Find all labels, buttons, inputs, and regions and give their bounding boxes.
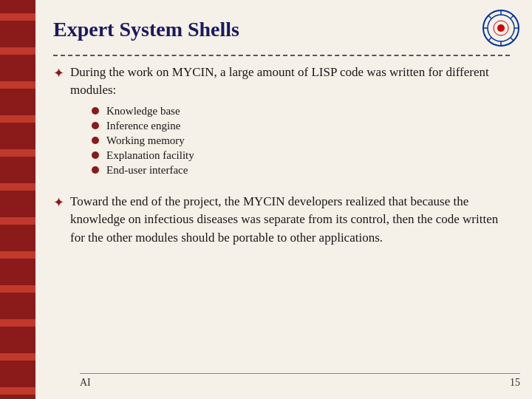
svg-point-2 xyxy=(497,24,505,32)
dot-icon-2 xyxy=(92,122,99,129)
dot-icon-5 xyxy=(92,166,99,174)
sub-bullet-text-1: Knowledge base xyxy=(106,105,180,117)
sub-bullet-explanation-facility: Explanation facility xyxy=(92,149,510,162)
svg-line-9 xyxy=(511,16,514,18)
sub-bullet-working-memory: Working memory xyxy=(92,134,510,147)
sub-bullet-text-5: End-user interface xyxy=(106,164,188,177)
diamond-icon-2: ✦ xyxy=(53,194,64,211)
svg-line-10 xyxy=(488,38,491,41)
sub-bullet-end-user-interface: End-user interface xyxy=(92,164,510,177)
footer-page: 15 xyxy=(510,377,520,389)
diamond-icon-1: ✦ xyxy=(53,65,64,81)
logo xyxy=(482,9,520,47)
dot-icon-4 xyxy=(92,151,99,159)
sub-bullet-text-3: Working memory xyxy=(106,134,185,147)
sub-bullet-text-2: Inference engine xyxy=(106,120,180,132)
divider xyxy=(53,55,510,56)
main-bullet-1-text: During the work on MYCIN, a large amount… xyxy=(70,64,510,99)
dot-icon-1 xyxy=(92,107,99,115)
sub-bullet-knowledge-base: Knowledge base xyxy=(92,105,510,117)
sub-bullets: Knowledge base Inference engine Working … xyxy=(92,105,510,177)
page-title: Expert System Shells xyxy=(53,18,510,41)
main-bullet-2-text: Toward the end of the project, the MYCIN… xyxy=(70,193,510,248)
footer: AI 15 xyxy=(80,373,520,389)
sub-bullet-inference-engine: Inference engine xyxy=(92,120,510,132)
svg-line-8 xyxy=(511,38,514,41)
main-bullet-1: ✦ During the work on MYCIN, a large amou… xyxy=(53,64,510,99)
sub-bullet-text-4: Explanation facility xyxy=(106,149,194,162)
dot-icon-3 xyxy=(92,137,99,144)
left-border xyxy=(0,0,35,399)
svg-line-7 xyxy=(488,16,491,18)
main-bullet-2: ✦ Toward the end of the project, the MYC… xyxy=(53,193,510,248)
bullet-section-1: ✦ During the work on MYCIN, a large amou… xyxy=(53,64,510,183)
main-content: Expert System Shells ✦ During the work o… xyxy=(35,0,532,399)
footer-label: AI xyxy=(80,377,91,389)
